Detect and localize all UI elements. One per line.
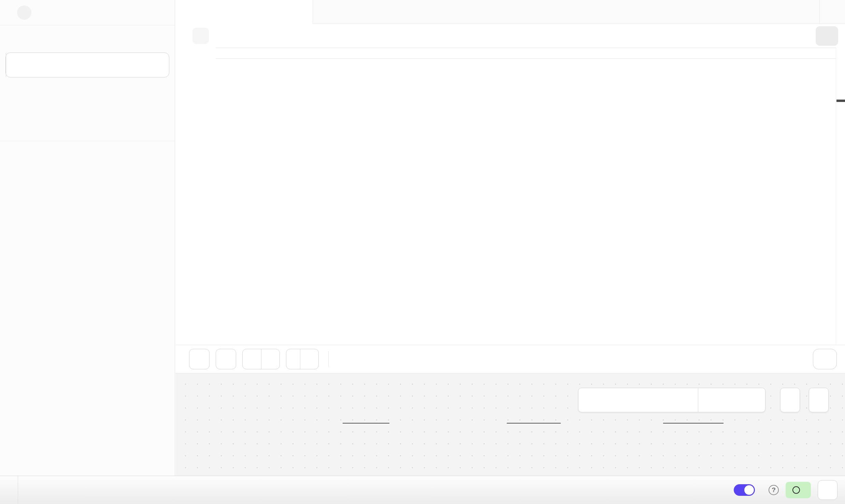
preview-button[interactable] <box>189 349 210 369</box>
tab-stg-customers-sql[interactable] <box>175 0 313 24</box>
status-circle-icon <box>792 486 800 494</box>
version-control-section-header[interactable] <box>0 31 175 46</box>
status-bar: ? <box>0 476 845 504</box>
lineage-selector-group <box>578 388 765 412</box>
editor-lines <box>175 48 845 345</box>
editor-tabbar <box>175 0 845 24</box>
divider <box>0 141 175 141</box>
divider <box>819 0 820 24</box>
file-tree <box>0 168 175 476</box>
save-button[interactable] <box>816 26 838 46</box>
build-dropdown[interactable] <box>261 349 280 369</box>
branch-header <box>0 0 175 25</box>
compile-button[interactable] <box>216 349 236 369</box>
scrollbar-indicator[interactable] <box>836 100 845 102</box>
lineage-selector-input[interactable] <box>578 388 698 412</box>
lint-button[interactable] <box>286 349 319 369</box>
toggle-knob <box>744 485 754 495</box>
update-graph-button[interactable] <box>698 388 765 412</box>
divider <box>836 48 836 345</box>
breadcrumb-row <box>175 24 845 48</box>
create-branch-button[interactable] <box>5 53 169 77</box>
lineage-edge <box>343 423 389 424</box>
build-button[interactable] <box>242 349 280 369</box>
divider <box>328 351 329 367</box>
collapse-panel-button[interactable] <box>0 476 18 504</box>
new-tab-button[interactable] <box>826 5 841 20</box>
lineage-panel <box>175 373 845 476</box>
file-explorer-section-header[interactable] <box>0 146 175 161</box>
sidebar <box>0 0 175 476</box>
status-badge <box>786 482 811 498</box>
code-editor[interactable] <box>175 48 845 345</box>
main-panel <box>175 0 845 504</box>
refresh-button[interactable] <box>809 388 829 412</box>
defer-toggle[interactable] <box>734 484 755 496</box>
branch-lock-chip <box>17 5 31 20</box>
explore-compass-button[interactable] <box>192 28 209 44</box>
lint-dropdown[interactable] <box>300 349 318 369</box>
editor-toolbar <box>175 345 845 373</box>
lineage-edge <box>507 423 561 424</box>
create-branch-dropdown[interactable] <box>6 53 28 77</box>
fullscreen-button[interactable] <box>780 388 800 412</box>
lineage-edge <box>663 423 724 424</box>
dbt-copilot-button[interactable] <box>813 349 837 369</box>
help-icon[interactable]: ? <box>769 485 779 495</box>
dbt-cloud-ide: ? <box>0 0 845 504</box>
more-options-button[interactable] <box>818 480 837 500</box>
